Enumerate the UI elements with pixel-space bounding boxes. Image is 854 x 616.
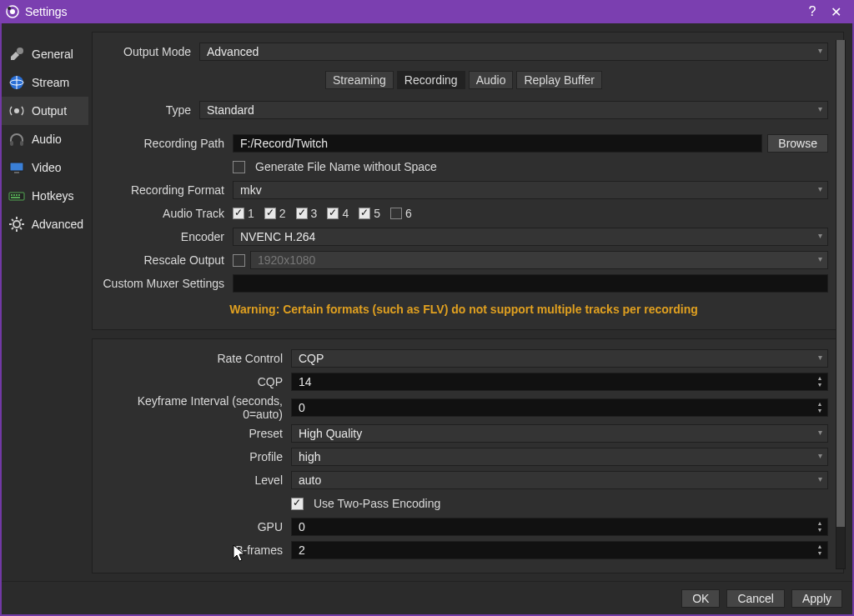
chevron-down-icon: ▾ <box>818 104 822 113</box>
level-select[interactable]: auto▾ <box>291 471 828 489</box>
spinner-arrows-icon[interactable]: ▲▼ <box>814 542 826 558</box>
rate-control-select[interactable]: CQP▾ <box>291 349 828 368</box>
svg-rect-14 <box>16 194 18 196</box>
output-tabs: Streaming Recording Audio Replay Buffer <box>99 71 828 89</box>
encoder-select[interactable]: NVENC H.264▾ <box>233 228 828 246</box>
recording-type-select[interactable]: Standard▾ <box>199 101 828 119</box>
tab-audio[interactable]: Audio <box>469 71 514 89</box>
chevron-down-icon: ▾ <box>818 428 822 437</box>
sidebar-item-audio[interactable]: Audio <box>2 125 88 153</box>
rescale-output-select: 1920x1080▾ <box>250 251 828 269</box>
chevron-down-icon: ▾ <box>818 474 822 483</box>
keyframe-spinner[interactable]: 0▲▼ <box>291 398 828 417</box>
window-title: Settings <box>25 5 801 18</box>
cancel-button[interactable]: Cancel <box>726 589 785 608</box>
recording-path-label: Recording Path <box>99 137 233 150</box>
cqp-label: CQP <box>99 375 291 388</box>
bframes-label: B-frames <box>99 543 291 557</box>
recording-format-label: Recording Format <box>99 183 233 197</box>
output-mode-select[interactable]: Advanced ▾ <box>199 43 828 61</box>
sidebar-item-hotkeys[interactable]: Hotkeys <box>2 182 88 210</box>
gpu-spinner[interactable]: 0▲▼ <box>291 518 828 536</box>
svg-point-17 <box>13 221 20 228</box>
tab-replay-buffer[interactable]: Replay Buffer <box>516 71 602 89</box>
apply-button[interactable]: Apply <box>791 589 842 608</box>
svg-rect-7 <box>10 141 13 146</box>
sidebar-item-general[interactable]: General <box>2 40 88 68</box>
svg-rect-15 <box>18 194 20 196</box>
svg-point-2 <box>8 7 11 10</box>
keyframe-label: Keyframe Interval (seconds, 0=auto) <box>99 394 291 421</box>
vertical-scrollbar[interactable] <box>836 40 846 569</box>
recording-type-label: Type <box>99 103 199 117</box>
svg-rect-8 <box>20 141 23 146</box>
close-button[interactable]: ✕ <box>824 4 847 20</box>
generate-no-space-checkbox[interactable]: ✓ <box>233 161 245 173</box>
sidebar-item-label: General <box>32 48 73 61</box>
generate-no-space-label: Generate File Name without Space <box>255 160 437 173</box>
tab-streaming[interactable]: Streaming <box>325 71 394 89</box>
monitor-icon <box>7 158 27 178</box>
spinner-arrows-icon[interactable]: ▲▼ <box>814 373 826 390</box>
recording-format-select[interactable]: mkv▾ <box>233 181 828 199</box>
svg-rect-13 <box>13 194 15 196</box>
settings-sidebar: General Stream Output Audio Video Hotkey… <box>2 23 88 581</box>
encoder-settings-panel: Rate Control CQP▾ CQP 14▲▼ Keyframe Inte… <box>92 338 844 573</box>
output-mode-label: Output Mode <box>99 45 199 58</box>
track-1-checkbox[interactable]: ✓ <box>233 208 244 219</box>
track-4-checkbox[interactable]: ✓ <box>327 208 339 219</box>
svg-line-24 <box>20 219 22 221</box>
track-6-checkbox[interactable]: ✓ <box>390 208 402 219</box>
rescale-output-checkbox[interactable]: ✓ <box>233 254 245 267</box>
sidebar-item-label: Output <box>32 104 67 118</box>
sidebar-item-video[interactable]: Video <box>2 153 88 182</box>
broadcast-icon <box>7 101 27 121</box>
sidebar-item-label: Video <box>32 161 62 174</box>
output-panel-top: Output Mode Advanced ▾ Streaming Recordi… <box>92 32 844 330</box>
svg-line-25 <box>12 228 13 229</box>
app-icon <box>5 4 20 19</box>
chevron-down-icon: ▾ <box>818 231 822 240</box>
svg-line-23 <box>20 228 22 229</box>
spinner-arrows-icon[interactable]: ▲▼ <box>814 518 826 535</box>
globe-icon <box>7 73 27 93</box>
chevron-down-icon: ▾ <box>818 254 822 263</box>
muxer-settings-label: Custom Muxer Settings <box>99 277 233 290</box>
format-warning: Warning: Certain formats (such as FLV) d… <box>99 303 828 316</box>
wrench-icon <box>7 44 27 64</box>
gear-icon <box>7 214 27 234</box>
track-2-checkbox[interactable]: ✓ <box>264 208 276 219</box>
two-pass-label: Use Two-Pass Encoding <box>314 497 440 510</box>
spinner-arrows-icon[interactable]: ▲▼ <box>814 399 826 416</box>
profile-select[interactable]: high▾ <box>291 448 828 466</box>
muxer-settings-input[interactable] <box>233 274 828 293</box>
track-3-checkbox[interactable]: ✓ <box>296 208 308 219</box>
sidebar-item-advanced[interactable]: Advanced <box>2 210 88 238</box>
bframes-spinner[interactable]: 2▲▼ <box>291 541 828 559</box>
svg-point-1 <box>10 9 15 14</box>
titlebar: Settings ? ✕ <box>0 0 854 23</box>
preset-label: Preset <box>99 427 291 440</box>
sidebar-item-stream[interactable]: Stream <box>2 68 88 97</box>
tab-recording[interactable]: Recording <box>397 71 465 89</box>
help-button[interactable]: ? <box>801 4 824 19</box>
chevron-down-icon: ▾ <box>818 353 822 362</box>
two-pass-checkbox[interactable]: ✓ <box>291 498 304 510</box>
sidebar-item-label: Audio <box>32 133 62 146</box>
svg-rect-11 <box>9 193 24 200</box>
svg-rect-16 <box>11 197 20 198</box>
recording-path-input[interactable]: F:/Record/Twitch <box>233 134 762 153</box>
preset-select[interactable]: High Quality▾ <box>291 424 828 443</box>
track-5-checkbox[interactable]: ✓ <box>359 208 370 219</box>
sidebar-item-label: Hotkeys <box>32 189 74 203</box>
cqp-spinner[interactable]: 14▲▼ <box>291 373 828 391</box>
encoder-label: Encoder <box>99 230 233 243</box>
keyboard-icon <box>7 186 27 206</box>
chevron-down-icon: ▾ <box>818 451 822 460</box>
dialog-footer: OK Cancel Apply <box>2 581 852 614</box>
browse-button[interactable]: Browse <box>767 134 828 153</box>
sidebar-item-output[interactable]: Output <box>2 97 88 125</box>
svg-point-6 <box>14 108 19 113</box>
ok-button[interactable]: OK <box>681 589 720 608</box>
svg-rect-9 <box>10 163 23 171</box>
